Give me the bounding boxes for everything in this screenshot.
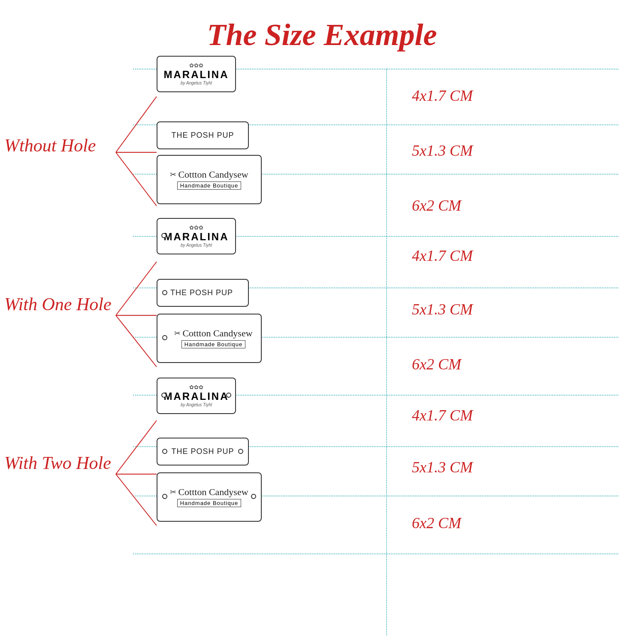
mar-icon-3: ✿✿✿ (189, 384, 203, 390)
hole-cotton-1 (162, 335, 167, 340)
scissors-icon-2: ✂ (174, 329, 181, 338)
hole-poshpup-right (238, 449, 243, 454)
label-poshpup-one-hole: THE POSH PUP (157, 279, 249, 307)
mar-name-2: MARALINA (164, 231, 229, 243)
cotton-subtitle: Handmade Boutique (177, 181, 242, 190)
label-poshpup-no-hole: THE POSH PUP (157, 121, 249, 149)
cotton-subtitle-3: Handmade Boutique (177, 499, 242, 507)
hole-left-mar (161, 393, 166, 398)
size-1: 4x1.7 CM (412, 87, 473, 105)
mar-subtitle-3: by Angelus Tiyhl (181, 402, 212, 407)
label-maralina-one-hole: ✿✿✿ MARALINA by Angelus Tiyhl (157, 218, 236, 254)
hole-poshpup-left (162, 449, 167, 454)
poshpup-text-2: THE POSH PUP (170, 288, 233, 297)
size-7: 4x1.7 CM (412, 406, 473, 424)
size-4: 4x1.7 CM (412, 247, 473, 265)
size-6: 6x2 CM (412, 355, 461, 373)
hole-left-1 (161, 233, 166, 238)
label-cotton-one-hole: ✂ Cottton Candysew Handmade Boutique (157, 314, 262, 363)
poshpup-text: THE POSH PUP (171, 131, 234, 140)
cotton-name-3: Cottton Candysew (178, 487, 248, 498)
size-9: 6x2 CM (412, 514, 461, 532)
hole-cotton-left (162, 494, 167, 499)
content-area: Wthout Hole ✿✿✿ MARALINA by Angelus Tiyh… (0, 69, 644, 635)
page: The Size Example (0, 0, 644, 644)
mar-name-3: MARALINA (164, 390, 229, 402)
cotton-name: Cottton Candysew (178, 169, 248, 180)
mar-subtitle-2: by Angelus Tiyhl (181, 243, 212, 248)
scissors-icon-3: ✂ (170, 487, 176, 497)
page-title: The Size Example (0, 0, 644, 53)
mar-name: MARALINA (164, 69, 229, 81)
cotton-subtitle-2: Handmade Boutique (181, 340, 246, 348)
size-2: 5x1.3 CM (412, 142, 473, 160)
section-two-hole: With Two Hole (4, 453, 111, 473)
size-5: 5x1.3 CM (412, 300, 473, 318)
h-line-9 (133, 553, 618, 554)
section-one-hole: With One Hole (4, 294, 112, 314)
label-cotton-no-hole: ✂ Cottton Candysew Handmade Boutique (157, 155, 262, 204)
hole-cotton-right (251, 494, 256, 499)
size-3: 6x2 CM (412, 197, 461, 215)
scissors-icon-1: ✂ (170, 170, 176, 179)
label-maralina-two-hole: ✿✿✿ MARALINA by Angelus Tiyhl (157, 378, 236, 414)
mar-subtitle: by Angelus Tiyhl (181, 81, 212, 85)
size-8: 5x1.3 CM (412, 458, 473, 476)
mar-icon-2: ✿✿✿ (189, 224, 203, 231)
mar-icon: ✿✿✿ (189, 62, 203, 69)
cotton-name-2: Cottton Candysew (182, 328, 252, 339)
poshpup-text-3: THE POSH PUP (171, 447, 234, 456)
label-cotton-two-hole: ✂ Cottton Candysew Handmade Boutique (157, 472, 262, 522)
section-without-hole: Wthout Hole (4, 135, 96, 156)
hole-right-mar (226, 393, 231, 398)
v-line-1 (386, 69, 387, 635)
hole-poshpup-1 (162, 290, 167, 295)
label-maralina-no-hole: ✿✿✿ MARALINA by Angelus Tiyhl (157, 56, 236, 92)
label-poshpup-two-hole: THE POSH PUP (157, 438, 249, 466)
